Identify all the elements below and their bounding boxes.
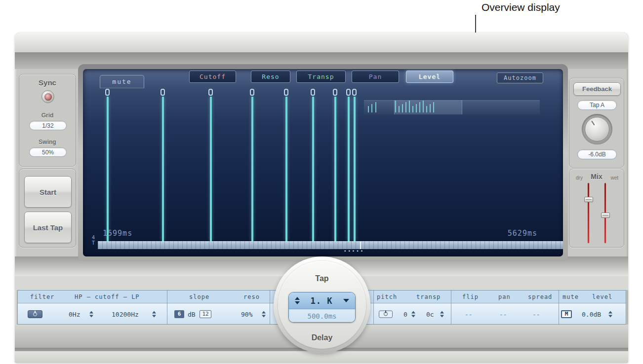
feedback-button[interactable]: Feedback — [573, 82, 621, 96]
hp-cutoff-value[interactable]: 0Hz — [69, 310, 80, 318]
display-start-time: 1599ms — [103, 229, 132, 238]
pitch-semitones-value[interactable]: 0 — [403, 310, 407, 318]
mute-button[interactable]: M — [561, 310, 572, 318]
pitch-label: pitch — [377, 293, 397, 300]
overview-display[interactable] — [364, 100, 540, 114]
tap-value-marker[interactable] — [161, 89, 165, 96]
swing-value-field[interactable]: 50% — [29, 147, 67, 157]
start-button[interactable]: Start — [24, 176, 72, 208]
tap-bar[interactable] — [354, 97, 356, 241]
last-tap-button[interactable]: Last Tap — [24, 212, 72, 243]
view-button-pan[interactable]: Pan — [352, 71, 399, 83]
section-divider — [373, 291, 374, 324]
view-button-cutoff[interactable]: Cutoff — [189, 71, 236, 83]
flip-label: flip — [462, 293, 479, 300]
pitch-power-button[interactable] — [379, 310, 393, 318]
tap-bar[interactable] — [348, 97, 350, 241]
power-icon — [384, 312, 388, 316]
tap-bar[interactable] — [210, 97, 212, 241]
section-divider — [270, 291, 270, 324]
overview-tap-line — [375, 102, 376, 112]
tap-value-marker[interactable] — [284, 89, 288, 96]
sync-led-button[interactable] — [41, 90, 54, 103]
dry-label: dry — [576, 175, 583, 181]
overview-tap-line — [405, 102, 406, 112]
swing-label: Swing — [19, 139, 76, 146]
tap-value-marker[interactable] — [333, 89, 337, 96]
tap-delay-selector[interactable]: 1. K — [289, 292, 355, 309]
sync-label: Sync — [19, 78, 76, 87]
cutoff-label: HP – cutoff – LP — [75, 293, 140, 300]
reso-label: reso — [243, 293, 260, 300]
overview-tap-line — [395, 101, 396, 112]
lp-cutoff-stepper[interactable] — [152, 311, 156, 317]
view-button-reso[interactable]: Reso — [251, 71, 290, 83]
filter-power-button[interactable] — [28, 310, 42, 318]
overview-zoom-region[interactable] — [394, 100, 463, 114]
tap-display[interactable]: mute Cutoff Reso Transp Pan Level Autozo… — [83, 69, 563, 256]
wet-slider-handle[interactable] — [601, 213, 610, 218]
tap-bar[interactable] — [107, 97, 109, 241]
tap-value-marker[interactable] — [105, 89, 110, 96]
callout-label: Overview display — [482, 1, 560, 13]
level-value[interactable]: 0.0dB — [582, 310, 601, 318]
dry-slider-handle[interactable] — [584, 197, 593, 202]
tap-bar[interactable] — [251, 97, 253, 241]
pitch-cents-stepper[interactable] — [440, 311, 444, 317]
pitch-semitones-stepper[interactable] — [411, 311, 415, 317]
overview-tap-line — [416, 104, 417, 112]
screenshot-root: Overview display mute Cutoff Reso Transp… — [0, 0, 643, 364]
mute-label: mute — [563, 293, 579, 300]
feedback-knob[interactable] — [585, 117, 609, 142]
flip-value[interactable]: -- — [465, 310, 473, 318]
tap-identification-bar[interactable] — [98, 241, 563, 249]
tap-value-marker[interactable] — [208, 89, 213, 96]
tap-value-marker[interactable] — [352, 89, 357, 96]
feedback-value-field[interactable]: -6.0dB — [577, 149, 617, 159]
mix-group: Mix dry wet — [569, 169, 624, 248]
autozoom-button[interactable]: Autozoom — [497, 73, 543, 83]
tap-value-marker[interactable] — [250, 89, 254, 96]
grid-label: Grid — [19, 112, 76, 119]
delay-label: Delay — [274, 333, 370, 342]
delay-designer-plugin: mute Cutoff Reso Transp Pan Level Autozo… — [15, 33, 628, 363]
pan-value[interactable]: -- — [499, 310, 507, 318]
grid-mode-toggle[interactable]: 4 T — [90, 235, 97, 246]
reso-stepper[interactable] — [262, 311, 266, 317]
feedback-knob-recess — [582, 114, 612, 145]
metal-band — [15, 33, 628, 52]
view-button-transp[interactable]: Transp — [296, 71, 346, 83]
view-button-level[interactable]: Level — [406, 71, 453, 83]
overview-tap-line — [423, 101, 424, 112]
slope-6db-button[interactable]: 6 — [174, 310, 184, 318]
tap-bar[interactable] — [162, 97, 164, 241]
selector-stepper-icon[interactable] — [295, 297, 300, 304]
tap-value-marker[interactable] — [311, 89, 315, 96]
tap-value-marker[interactable] — [346, 89, 351, 96]
filter-label: filter — [30, 293, 54, 300]
tap-bar[interactable] — [312, 97, 314, 241]
pitch-cents-value[interactable]: 0c — [426, 310, 434, 318]
overview-tap-line — [430, 104, 431, 112]
lp-cutoff-value[interactable]: 10200Hz — [112, 310, 139, 318]
delay-time-value[interactable]: 500.0ms — [289, 309, 355, 323]
slope-12db-button[interactable]: 12 — [200, 310, 211, 318]
grid-value-field[interactable]: 1/32 — [29, 121, 67, 130]
overview-tap-line — [433, 102, 434, 112]
overview-tap-line — [399, 106, 400, 112]
overview-tap-line — [412, 106, 413, 112]
tap-bar[interactable] — [334, 97, 336, 241]
overview-tap-line — [371, 104, 372, 112]
transp-label: transp — [416, 293, 441, 300]
spread-value[interactable]: -- — [532, 310, 540, 318]
feedback-group: Feedback Tap A -6.0dB — [569, 78, 624, 168]
tap-bar[interactable] — [285, 97, 287, 241]
reso-value[interactable]: 90% — [241, 310, 252, 318]
tap-pad[interactable]: Tap 1. K 500.0ms Delay — [274, 256, 370, 353]
level-stepper[interactable] — [608, 311, 612, 317]
hp-cutoff-stepper[interactable] — [89, 311, 93, 317]
tab-mute[interactable]: mute — [100, 75, 144, 88]
dry-slider-track[interactable] — [588, 183, 589, 243]
tap-selector[interactable]: Tap A — [577, 100, 617, 110]
chevron-down-icon[interactable] — [343, 299, 349, 302]
